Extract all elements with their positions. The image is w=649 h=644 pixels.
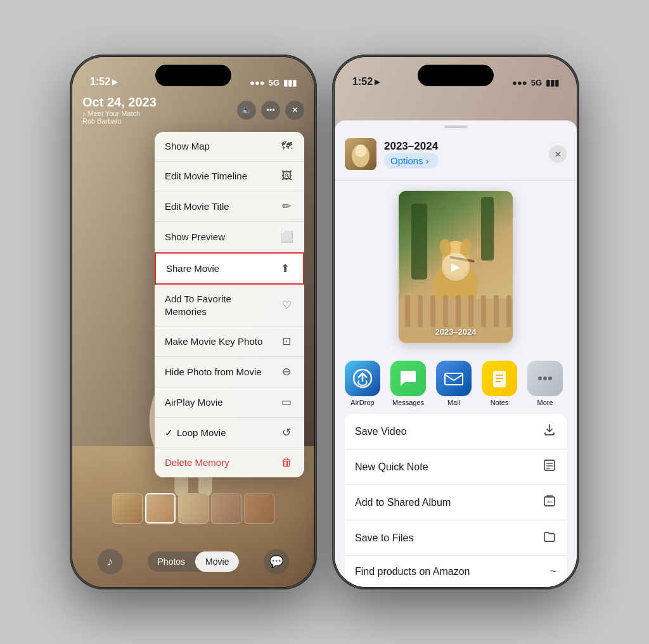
signal-icon-2: ●●● — [512, 78, 527, 87]
checkmark-icon: ✓ — [165, 427, 173, 439]
bottom-nav: ♪ Photos Movie 💬 — [72, 549, 314, 574]
notes-item[interactable]: Notes — [482, 361, 517, 406]
svg-rect-32 — [506, 295, 511, 327]
preview-container: ▶ 2023–2024 — [335, 181, 577, 353]
menu-item-hide-photo[interactable]: Hide Photo from Movie ⊖ — [155, 357, 304, 387]
filmstrip — [72, 493, 314, 524]
location-icon: ▶ — [112, 78, 117, 86]
film-thumb-5[interactable] — [244, 493, 274, 524]
phone-1: 1:52 ▶ ●●● 5G ▮▮▮ Oct 24, 2023 ♪ Meet Yo… — [70, 55, 317, 589]
svg-rect-25 — [418, 295, 423, 327]
photo-top-bar: Oct 24, 2023 ♪ Meet Your Match Rob Barba… — [82, 95, 304, 125]
action-amazon[interactable]: Find products on Amazon ~ — [345, 556, 567, 587]
share-icon: ⬆ — [278, 262, 293, 275]
svg-rect-30 — [481, 295, 486, 327]
loop-icon: ↺ — [279, 426, 294, 439]
svg-rect-34 — [445, 373, 463, 385]
battery-icon: ▮▮▮ — [283, 78, 297, 87]
signal-icon: ●●● — [250, 78, 265, 87]
phone-2-screen: 1:52 ▶ ●●● 5G ▮▮▮ — [335, 57, 577, 587]
action-new-quick-note[interactable]: New Quick Note — [345, 449, 567, 485]
dynamic-island — [155, 65, 231, 86]
messages-item[interactable]: Messages — [390, 361, 426, 406]
tab-photos[interactable]: Photos — [148, 551, 196, 572]
menu-item-loop[interactable]: ✓ Loop Movie ↺ — [155, 418, 304, 448]
svg-rect-31 — [494, 295, 499, 327]
more-icon — [527, 361, 563, 396]
photo-date: Oct 24, 2023 ♪ Meet Your Match Rob Barba… — [82, 95, 157, 125]
menu-item-show-map[interactable]: Show Map 🗺 — [155, 132, 304, 162]
trash-icon: 🗑 — [279, 456, 294, 469]
save-files-icon — [543, 529, 556, 546]
network-badge: 5G — [269, 78, 280, 87]
film-thumb-4[interactable] — [211, 493, 241, 524]
svg-point-40 — [543, 377, 547, 380]
menu-item-share-movie[interactable]: Share Movie ⬆ — [155, 252, 304, 285]
svg-rect-27 — [443, 295, 448, 327]
music-button[interactable]: ♪ — [98, 549, 123, 574]
hide-icon: ⊖ — [279, 365, 294, 378]
sound-button[interactable]: 🔈 — [237, 101, 256, 120]
svg-point-41 — [548, 377, 552, 380]
context-menu: Show Map 🗺 Edit Movie Timeline 🖼 Edit Mo… — [155, 132, 304, 477]
action-shared-album[interactable]: Add to Shared Album — [345, 485, 567, 520]
quick-note-icon — [543, 458, 556, 475]
network-badge-2: 5G — [531, 78, 542, 87]
memory-header: 2023–2024 Options › ✕ — [335, 128, 577, 181]
amazon-icon: ~ — [549, 565, 556, 578]
airdrop-item[interactable]: AirDrop — [345, 361, 380, 406]
mail-item[interactable]: Mail — [436, 361, 472, 406]
menu-item-edit-timeline[interactable]: Edit Movie Timeline 🖼 — [155, 162, 304, 191]
more-item[interactable]: More — [527, 361, 563, 406]
svg-rect-26 — [430, 295, 435, 327]
menu-item-edit-title[interactable]: Edit Movie Title ✏ — [155, 191, 304, 222]
notes-icon — [482, 361, 517, 396]
action-list: Save Video New Quick Note — [345, 414, 567, 587]
svg-rect-29 — [468, 295, 473, 327]
svg-rect-35 — [493, 371, 506, 387]
close-button[interactable]: ✕ — [285, 101, 304, 120]
airdrop-icon — [345, 361, 380, 396]
action-save-video[interactable]: Save Video — [345, 414, 567, 449]
film-thumb-2[interactable] — [145, 493, 176, 524]
battery-icon-2: ▮▮▮ — [546, 78, 559, 87]
song-info: ♪ Meet Your Match Rob Barbato — [82, 110, 157, 125]
heart-icon: ♡ — [279, 299, 294, 312]
share-sheet: 2023–2024 Options › ✕ — [335, 120, 577, 587]
preview-image[interactable]: ▶ 2023–2024 — [399, 191, 513, 343]
menu-item-key-photo[interactable]: Make Movie Key Photo ⊡ — [155, 326, 304, 357]
key-photo-icon: ⊡ — [279, 335, 294, 348]
menu-item-airplay[interactable]: AirPlay Movie ▭ — [155, 387, 304, 418]
svg-point-13 — [355, 145, 366, 157]
film-thumb-1[interactable] — [112, 493, 143, 524]
film-thumb-3[interactable] — [178, 493, 209, 524]
top-actions: 🔈 ••• ✕ — [237, 101, 304, 120]
memory-thumbnail — [345, 138, 376, 170]
phone-1-screen: 1:52 ▶ ●●● 5G ▮▮▮ Oct 24, 2023 ♪ Meet Yo… — [72, 57, 314, 587]
chat-button[interactable]: 💬 — [264, 549, 289, 574]
svg-rect-24 — [405, 295, 410, 327]
menu-item-show-preview[interactable]: Show Preview ⬜ — [155, 222, 304, 252]
play-button[interactable]: ▶ — [442, 253, 470, 281]
shared-album-icon — [543, 494, 556, 511]
timeline-icon: 🖼 — [279, 170, 294, 183]
save-video-icon — [543, 423, 556, 440]
pencil-icon: ✏ — [279, 200, 294, 213]
tab-group: Photos Movie — [148, 551, 240, 572]
close-share-button[interactable]: ✕ — [549, 145, 567, 163]
memory-title-area: 2023–2024 Options › — [384, 140, 438, 169]
menu-item-delete[interactable]: Delete Memory 🗑 — [155, 448, 304, 477]
action-save-files[interactable]: Save to Files — [345, 520, 567, 556]
svg-rect-28 — [456, 295, 461, 327]
app-icons-row: AirDrop Messages — [335, 353, 577, 414]
svg-point-39 — [538, 377, 542, 380]
menu-item-favorite[interactable]: Add To Favorite Memories ♡ — [155, 285, 304, 326]
dynamic-island-2 — [418, 65, 494, 86]
options-button[interactable]: Options › — [384, 153, 438, 169]
options-arrow-icon: › — [426, 155, 429, 166]
more-button[interactable]: ••• — [261, 101, 280, 120]
phone-2: 1:52 ▶ ●●● 5G ▮▮▮ — [332, 55, 579, 589]
map-icon: 🗺 — [279, 140, 294, 153]
status-icons: ●●● 5G ▮▮▮ — [250, 78, 297, 87]
tab-movie[interactable]: Movie — [195, 551, 239, 572]
